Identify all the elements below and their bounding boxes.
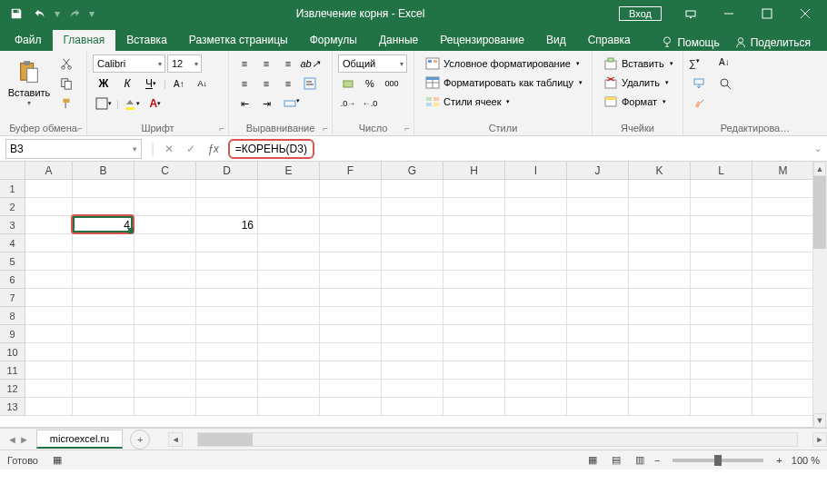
cell-M11[interactable] xyxy=(752,361,814,380)
column-header-H[interactable]: H xyxy=(443,162,505,180)
clear-button[interactable] xyxy=(689,94,709,113)
cell-L12[interactable] xyxy=(691,380,752,398)
vertical-scrollbar[interactable]: ▲ ▼ xyxy=(812,162,827,428)
page-layout-view-button[interactable]: ▤ xyxy=(607,453,625,468)
tab-home[interactable]: Главная xyxy=(53,30,116,51)
bold-button[interactable]: Ж xyxy=(93,74,115,93)
cell-F7[interactable] xyxy=(320,289,382,307)
cell-B2[interactable] xyxy=(73,198,135,216)
column-header-L[interactable]: L xyxy=(691,162,752,180)
increase-decimal-button[interactable]: .0→ xyxy=(338,94,358,113)
cell-K3[interactable] xyxy=(629,216,691,234)
cell-J7[interactable] xyxy=(567,289,629,307)
cell-B3[interactable]: 4 xyxy=(73,216,135,234)
cell-K6[interactable] xyxy=(629,271,691,289)
conditional-formatting-button[interactable]: Условное форматирование▾ xyxy=(420,54,585,73)
orientation-button[interactable]: ab↗ xyxy=(300,54,320,73)
alignment-launcher[interactable]: ⌐ xyxy=(323,124,328,133)
ribbon-options-button[interactable] xyxy=(673,0,709,27)
zoom-out-button[interactable]: − xyxy=(654,455,660,466)
cell-M8[interactable] xyxy=(752,307,814,325)
sheet-next-button[interactable]: ► xyxy=(19,434,29,445)
cell-L11[interactable] xyxy=(691,361,752,380)
cell-H13[interactable] xyxy=(443,398,505,416)
cell-A11[interactable] xyxy=(25,361,73,380)
column-header-K[interactable]: K xyxy=(629,162,691,180)
cell-F3[interactable] xyxy=(320,216,382,234)
zoom-slider[interactable] xyxy=(673,459,763,462)
cell-L3[interactable] xyxy=(691,216,752,234)
zoom-level[interactable]: 100 % xyxy=(792,455,820,466)
cell-C6[interactable] xyxy=(135,271,196,289)
row-header-6[interactable]: 6 xyxy=(0,271,25,289)
cell-L2[interactable] xyxy=(691,198,752,216)
normal-view-button[interactable]: ▦ xyxy=(583,453,602,468)
add-sheet-button[interactable]: + xyxy=(130,430,150,450)
row-header-12[interactable]: 12 xyxy=(0,380,25,398)
column-header-A[interactable]: A xyxy=(25,162,73,180)
fill-button[interactable] xyxy=(689,74,709,93)
cut-button[interactable] xyxy=(56,54,76,73)
row-header-1[interactable]: 1 xyxy=(0,180,25,198)
cell-K13[interactable] xyxy=(629,398,691,416)
cell-C4[interactable] xyxy=(135,234,196,252)
cell-I11[interactable] xyxy=(505,361,567,380)
cell-C1[interactable] xyxy=(135,180,196,198)
cell-F8[interactable] xyxy=(320,307,382,325)
cell-H7[interactable] xyxy=(443,289,505,307)
cell-F9[interactable] xyxy=(320,325,382,343)
column-header-M[interactable]: M xyxy=(752,162,814,180)
insert-cells-button[interactable]: Вставить▾ xyxy=(598,54,679,73)
cell-I9[interactable] xyxy=(505,325,567,343)
column-header-G[interactable]: G xyxy=(382,162,443,180)
cell-H5[interactable] xyxy=(443,252,505,271)
cell-D7[interactable] xyxy=(196,289,258,307)
redo-button[interactable] xyxy=(64,3,85,25)
format-as-table-button[interactable]: Форматировать как таблицу▾ xyxy=(420,74,588,92)
cell-F13[interactable] xyxy=(320,398,382,416)
scroll-right-button[interactable]: ► xyxy=(812,432,827,447)
cell-C8[interactable] xyxy=(135,307,196,325)
cell-I12[interactable] xyxy=(505,380,567,398)
row-header-5[interactable]: 5 xyxy=(0,252,25,271)
cell-J4[interactable] xyxy=(567,234,629,252)
cell-styles-button[interactable]: Стили ячеек▾ xyxy=(420,93,515,111)
cell-E7[interactable] xyxy=(258,289,320,307)
cell-G6[interactable] xyxy=(382,271,443,289)
cell-I7[interactable] xyxy=(505,289,567,307)
save-button[interactable] xyxy=(5,3,27,25)
cell-M9[interactable] xyxy=(752,325,814,343)
cell-J10[interactable] xyxy=(567,343,629,361)
cell-D1[interactable] xyxy=(196,180,258,198)
cell-H2[interactable] xyxy=(443,198,505,216)
sheet-prev-button[interactable]: ◄ xyxy=(7,434,17,445)
row-header-10[interactable]: 10 xyxy=(0,343,25,361)
select-all-corner[interactable] xyxy=(0,162,25,180)
cell-J12[interactable] xyxy=(567,380,629,398)
cell-L5[interactable] xyxy=(691,252,752,271)
cell-H11[interactable] xyxy=(443,361,505,380)
cell-K11[interactable] xyxy=(629,361,691,380)
clipboard-launcher[interactable]: ⌐ xyxy=(77,124,83,133)
share-button[interactable]: Поделиться xyxy=(729,35,816,51)
cell-M12[interactable] xyxy=(752,380,814,398)
cell-K1[interactable] xyxy=(629,180,691,198)
cell-E4[interactable] xyxy=(258,234,320,252)
cell-D10[interactable] xyxy=(196,343,258,361)
cell-G10[interactable] xyxy=(382,343,443,361)
row-header-2[interactable]: 2 xyxy=(0,198,25,216)
cell-E12[interactable] xyxy=(258,380,320,398)
maximize-button[interactable] xyxy=(749,0,785,27)
cell-E3[interactable] xyxy=(258,216,320,234)
minimize-button[interactable] xyxy=(711,0,747,27)
decrease-font-button[interactable]: A↓ xyxy=(192,74,214,93)
cell-J1[interactable] xyxy=(567,180,629,198)
cell-I5[interactable] xyxy=(505,252,567,271)
cell-C3[interactable] xyxy=(135,216,196,234)
cell-B1[interactable] xyxy=(73,180,135,198)
cell-F6[interactable] xyxy=(320,271,382,289)
tab-data[interactable]: Данные xyxy=(368,30,429,51)
cell-G8[interactable] xyxy=(382,307,443,325)
copy-button[interactable] xyxy=(56,74,76,93)
scroll-up-button[interactable]: ▲ xyxy=(813,162,826,176)
